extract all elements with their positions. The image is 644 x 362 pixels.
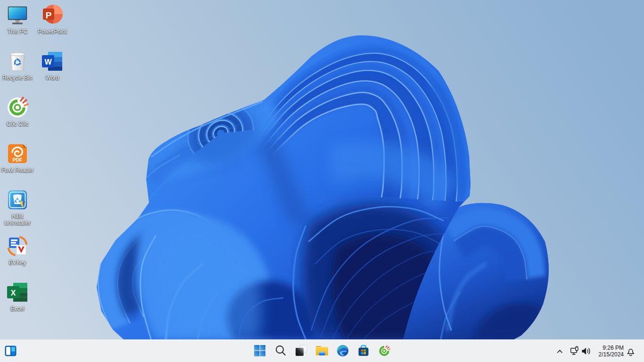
svg-text:P: P (46, 10, 52, 20)
svg-text:2/15/2024: 2/15/2024 (599, 351, 624, 358)
svg-text:9:26 PM: 9:26 PM (603, 345, 624, 351)
svg-text:X: X (11, 289, 16, 297)
svg-text:PDF: PDF (13, 157, 23, 163)
svg-text:W: W (44, 58, 52, 66)
